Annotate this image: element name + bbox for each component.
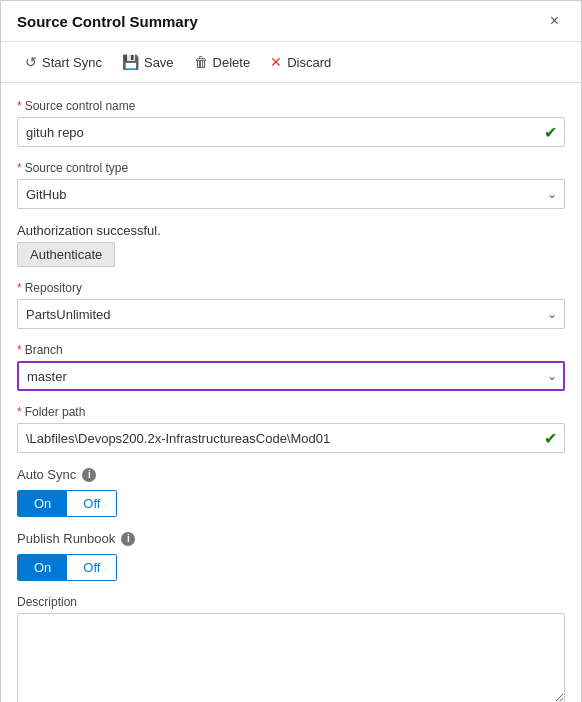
publish-runbook-group: Publish Runbook i On Off	[17, 531, 565, 581]
source-control-name-group: *Source control name ✔	[17, 99, 565, 147]
auto-sync-label-row: Auto Sync i	[17, 467, 565, 482]
discard-button[interactable]: ✕ Discard	[262, 50, 339, 74]
folder-path-input-wrapper: ✔	[17, 423, 565, 453]
start-sync-button[interactable]: ↺ Start Sync	[17, 50, 110, 74]
source-control-dialog: Source Control Summary × ↺ Start Sync 💾 …	[0, 0, 582, 702]
branch-select[interactable]: master	[17, 361, 565, 391]
folder-check-icon: ✔	[544, 429, 557, 448]
authenticate-button[interactable]: Authenticate	[17, 242, 115, 267]
save-icon: 💾	[122, 54, 139, 70]
repository-select[interactable]: PartsUnlimited	[17, 299, 565, 329]
discard-label: Discard	[287, 55, 331, 70]
description-group: Description	[17, 595, 565, 702]
source-control-name-input[interactable]	[17, 117, 565, 147]
folder-path-label: *Folder path	[17, 405, 565, 419]
discard-icon: ✕	[270, 54, 282, 70]
save-label: Save	[144, 55, 174, 70]
auth-section: Authorization successful. Authenticate	[17, 223, 565, 267]
auto-sync-group: Auto Sync i On Off	[17, 467, 565, 517]
source-control-name-label: *Source control name	[17, 99, 565, 113]
form-body: *Source control name ✔ *Source control t…	[1, 83, 581, 702]
close-button[interactable]: ×	[544, 11, 565, 31]
auto-sync-on-button[interactable]: On	[18, 491, 67, 516]
source-control-type-select-wrapper: GitHub GitLab Bitbucket ⌄	[17, 179, 565, 209]
auto-sync-toggle: On Off	[17, 490, 117, 517]
save-button[interactable]: 💾 Save	[114, 50, 182, 74]
folder-path-input[interactable]	[17, 423, 565, 453]
auto-sync-off-button[interactable]: Off	[67, 491, 116, 516]
repository-group: *Repository PartsUnlimited ⌄	[17, 281, 565, 329]
source-control-name-input-wrapper: ✔	[17, 117, 565, 147]
auto-sync-info-icon[interactable]: i	[82, 468, 96, 482]
title-bar: Source Control Summary ×	[1, 1, 581, 42]
auth-status-text: Authorization successful.	[17, 223, 565, 238]
toolbar: ↺ Start Sync 💾 Save 🗑 Delete ✕ Discard	[1, 42, 581, 83]
sync-icon: ↺	[25, 54, 37, 70]
auto-sync-label: Auto Sync	[17, 467, 76, 482]
publish-runbook-label-row: Publish Runbook i	[17, 531, 565, 546]
repository-label: *Repository	[17, 281, 565, 295]
delete-label: Delete	[213, 55, 251, 70]
repository-select-wrapper: PartsUnlimited ⌄	[17, 299, 565, 329]
source-control-type-label: *Source control type	[17, 161, 565, 175]
dialog-title: Source Control Summary	[17, 13, 198, 30]
source-control-type-select[interactable]: GitHub GitLab Bitbucket	[17, 179, 565, 209]
delete-button[interactable]: 🗑 Delete	[186, 50, 259, 74]
publish-runbook-toggle: On Off	[17, 554, 117, 581]
description-label: Description	[17, 595, 565, 609]
delete-icon: 🗑	[194, 54, 208, 70]
start-sync-label: Start Sync	[42, 55, 102, 70]
branch-label: *Branch	[17, 343, 565, 357]
publish-runbook-info-icon[interactable]: i	[121, 532, 135, 546]
description-textarea[interactable]	[17, 613, 565, 702]
folder-path-group: *Folder path ✔	[17, 405, 565, 453]
publish-runbook-on-button[interactable]: On	[18, 555, 67, 580]
check-icon: ✔	[544, 123, 557, 142]
branch-select-wrapper: master ⌄	[17, 361, 565, 391]
publish-runbook-off-button[interactable]: Off	[67, 555, 116, 580]
publish-runbook-label: Publish Runbook	[17, 531, 115, 546]
source-control-type-group: *Source control type GitHub GitLab Bitbu…	[17, 161, 565, 209]
branch-group: *Branch master ⌄	[17, 343, 565, 391]
